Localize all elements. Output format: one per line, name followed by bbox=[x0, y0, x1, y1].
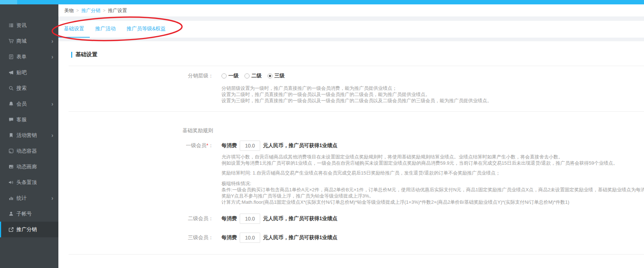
sidebar-item-label: 搜索 bbox=[16, 85, 53, 92]
sidebar-item-label: 商城 bbox=[16, 38, 51, 45]
help-line: 分销层级设置为一级时，推广员直接推广的一级会员消费，能为推广员提供业绩点； bbox=[221, 85, 644, 91]
cart-icon bbox=[8, 38, 14, 44]
sidebar-item-news[interactable]: 资讯 bbox=[0, 18, 58, 33]
chevron-right-icon: › bbox=[51, 195, 53, 201]
tab-promoter-level-rights[interactable]: 推广员等级&权益 bbox=[121, 21, 171, 38]
sidebar-item-label: 表单 bbox=[16, 54, 51, 60]
sidebar-item-label: 子帐号 bbox=[16, 211, 53, 217]
top-bar-corner bbox=[0, 0, 17, 4]
sidebar-item-mall[interactable]: 商城 › bbox=[0, 33, 58, 49]
sidebar-item-headline-top[interactable]: 头条置顶 bbox=[0, 175, 58, 190]
sidebar-item-dynamic-gallery[interactable]: 动态画廊 bbox=[0, 159, 58, 175]
level-radio-group: 一级 二级 三级 bbox=[221, 73, 290, 79]
help-paragraph: 奖励结算时间: 1.自营店铺商品交易产生业绩点将在会员完成交易后15日奖励给推广… bbox=[221, 170, 644, 176]
tab-basic-settings[interactable]: 基础设置 bbox=[58, 21, 90, 38]
form-row-level2-member: 二级会员： 每消费 元人民币，推广员可获得1业绩点 bbox=[58, 214, 644, 224]
content-panel: 基础设置 分销层级： 一级 二级 三级 分销层级设置为一级时， bbox=[58, 41, 644, 268]
spend-prefix: 每消费 bbox=[221, 234, 237, 241]
radio-label: 一级 bbox=[228, 73, 239, 79]
sidebar-item-activity-marketing[interactable]: 活动营销 › bbox=[0, 127, 58, 143]
help-line: 条件:一级会员购买订单包含商品1单价A元×2件，商品2单价B元×1件，订单总价M… bbox=[221, 187, 644, 193]
level2-spend-input[interactable] bbox=[240, 214, 260, 224]
help-line: 奖励Y点且不参与推广员等级上浮，推广员为铂金等级业绩提成上浮3%。 bbox=[221, 193, 644, 199]
help-paragraph: 极端特殊情况: 条件:一级会员购买订单包含商品1单价A元×2件，商品2单价B元×… bbox=[221, 180, 644, 205]
sidebar-item-label: 推广分销 bbox=[16, 226, 53, 233]
sidebar-item-sub-accounts[interactable]: 子帐号 bbox=[0, 206, 58, 222]
spend-suffix: 元人民币，推广员可获得1业绩点 bbox=[263, 142, 338, 149]
level-help-text: 分销层级设置为一级时，推广员直接推广的一级会员消费，能为推广员提供业绩点； 设置… bbox=[221, 85, 644, 104]
section-title-text: 基础设置 bbox=[76, 51, 97, 58]
field-label: 一级会员*： bbox=[58, 142, 213, 149]
sidebar-item-members[interactable]: 会员 › bbox=[0, 96, 58, 112]
search-icon bbox=[8, 85, 14, 91]
sidebar-item-label: 客服 bbox=[16, 116, 53, 123]
divider bbox=[69, 66, 644, 66]
form-row-distribution-level: 分销层级： 一级 二级 三级 bbox=[58, 73, 644, 79]
share-icon bbox=[8, 227, 14, 232]
chevron-right-icon: › bbox=[51, 54, 53, 60]
breadcrumb: 美物 > 推广分销 > 推广设置 bbox=[58, 4, 644, 16]
breadcrumb-item-distribution[interactable]: 推广分销 bbox=[81, 7, 100, 14]
bookmark-icon bbox=[8, 133, 14, 138]
tab-promotion-activity[interactable]: 推广活动 bbox=[90, 21, 121, 38]
volume-icon bbox=[8, 180, 14, 185]
radio-icon bbox=[221, 73, 227, 79]
radio-option-level1[interactable]: 一级 bbox=[221, 73, 239, 79]
sidebar-item-dynamic-container[interactable]: 动态容器 bbox=[0, 143, 58, 159]
help-line: 奖励结算时间: 1.自营店铺商品交易产生业绩点将在会员完成交易后15日奖励给推广… bbox=[221, 170, 644, 176]
sidebar-item-label: 头条置顶 bbox=[16, 179, 53, 186]
sidebar-item-service[interactable]: 客服 bbox=[0, 112, 58, 127]
spend-prefix: 每消费 bbox=[221, 142, 237, 149]
container-icon bbox=[8, 148, 14, 154]
sidebar-item-tieba[interactable]: 贴吧 bbox=[0, 65, 58, 80]
spend-suffix: 元人民币，推广员可获得1业绩点 bbox=[263, 234, 338, 241]
chevron-right-icon: › bbox=[51, 38, 53, 44]
main-area: 美物 > 推广分销 > 推广设置 基础设置 推广活动 推广员等级&权益 基础设置… bbox=[58, 4, 644, 268]
help-line: 设置为二级时，推广员直接推广的一级会员以及一级会员推广的二级会员，能为推广员提供… bbox=[221, 91, 644, 97]
sidebar-item-label: 动态画廊 bbox=[16, 164, 53, 170]
radio-label: 三级 bbox=[274, 73, 285, 79]
sidebar-item-label: 资讯 bbox=[16, 22, 53, 29]
radio-option-level3[interactable]: 三级 bbox=[267, 73, 285, 79]
user-icon bbox=[8, 211, 14, 217]
breadcrumb-separator: > bbox=[76, 8, 79, 13]
breadcrumb-separator: > bbox=[103, 8, 105, 13]
reward-help-text: 允许填写小数，自营店铺商品或其他消费项目在未设置固定业绩点奖励规则时，将使用基础… bbox=[221, 154, 644, 205]
gallery-icon bbox=[8, 164, 14, 169]
spend-suffix: 元人民币，推广员可获得1业绩点 bbox=[263, 215, 338, 222]
divider bbox=[69, 111, 644, 112]
sidebar-item-statistics[interactable]: 统计 › bbox=[0, 190, 58, 206]
radio-label: 二级 bbox=[251, 73, 262, 79]
list-icon bbox=[8, 23, 14, 28]
section-title: 基础设置 bbox=[71, 51, 644, 58]
form-icon bbox=[8, 54, 14, 60]
radio-icon bbox=[244, 73, 250, 79]
bell-icon bbox=[8, 101, 14, 107]
chevron-right-icon: › bbox=[51, 101, 53, 107]
help-paragraph: 允许填写小数，自营店铺商品或其他消费项目在未设置固定业绩点奖励规则时，将使用基础… bbox=[221, 154, 644, 166]
breadcrumb-item-settings: 推广设置 bbox=[108, 7, 127, 14]
section-title-bar bbox=[71, 52, 72, 58]
level3-spend-input[interactable] bbox=[240, 233, 260, 243]
sidebar-item-label: 动态容器 bbox=[16, 148, 53, 154]
field-label: 二级会员： bbox=[58, 215, 213, 222]
sidebar: 资讯 商城 › 表单 › 贴吧 搜索 会员 › 客服 活动营销 › 动态容器 动… bbox=[0, 4, 58, 268]
field-label: 分销层级： bbox=[58, 73, 213, 79]
field-label: 三级会员： bbox=[58, 234, 213, 241]
reward-rules-group-label: 基础奖励规则 bbox=[182, 127, 644, 134]
sidebar-item-forms[interactable]: 表单 › bbox=[0, 49, 58, 65]
sidebar-item-search[interactable]: 搜索 bbox=[0, 80, 58, 96]
help-line: 允许填写小数，自营店铺商品或其他消费项目在未设置固定业绩点奖励规则时，将使用基础… bbox=[221, 154, 644, 160]
sidebar-item-promotion-distribution[interactable]: 推广分销 bbox=[0, 222, 58, 237]
help-line: 计算方式:Math.floor(商品1固定业绩点X*(实际支付N/订单总价M)*… bbox=[221, 199, 644, 205]
level1-spend-input[interactable] bbox=[240, 141, 260, 151]
tabs-bar: 基础设置 推广活动 推广员等级&权益 bbox=[58, 21, 644, 38]
sidebar-item-label: 贴吧 bbox=[16, 69, 53, 76]
sidebar-item-label: 活动营销 bbox=[16, 132, 51, 139]
radio-option-level2[interactable]: 二级 bbox=[244, 73, 262, 79]
help-line: 极端特殊情况: bbox=[221, 180, 644, 187]
chat-icon bbox=[8, 117, 14, 122]
form-row-level3-member: 三级会员： 每消费 元人民币，推广员可获得1业绩点 bbox=[58, 233, 644, 243]
megaphone-icon bbox=[8, 70, 14, 75]
sidebar-item-label: 统计 bbox=[16, 195, 51, 202]
